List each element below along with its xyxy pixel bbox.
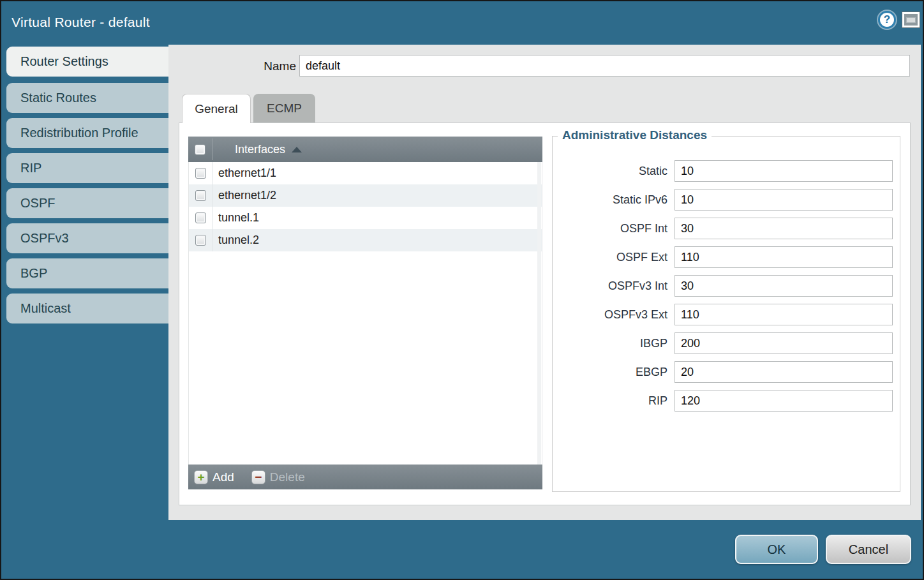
column-separator	[212, 162, 213, 251]
form-row: OSPF Ext	[553, 246, 900, 268]
form-row: OSPFv3 Int	[553, 275, 900, 297]
tab-ecmp[interactable]: ECMP	[253, 94, 315, 123]
add-button[interactable]: + Add	[194, 470, 234, 484]
sidebar-item-redistribution-profile[interactable]: Redistribution Profile	[6, 118, 168, 148]
content-panel: Name General ECMP Interfaces ethernet1/1	[168, 45, 921, 520]
row-checkbox[interactable]	[195, 168, 206, 179]
administrative-distances-legend: Administrative Distances	[558, 128, 712, 142]
sidebar-item-rip[interactable]: RIP	[6, 153, 168, 183]
help-icon[interactable]: ?	[878, 11, 896, 29]
sidebar-item-static-routes[interactable]: Static Routes	[6, 83, 168, 113]
static-label: Static	[553, 160, 667, 182]
interface-name: tunnel.2	[218, 234, 259, 247]
select-all-checkbox[interactable]	[195, 144, 205, 155]
interface-name: tunnel.1	[218, 211, 259, 225]
static-ipv6-field[interactable]	[674, 189, 893, 211]
ospf-int-label: OSPF Int	[553, 218, 667, 239]
static-ipv6-label: Static IPv6	[553, 189, 667, 211]
interfaces-table-header: Interfaces	[188, 137, 542, 162]
tab-general[interactable]: General	[182, 94, 251, 123]
sidebar-item-ospfv3[interactable]: OSPFv3	[6, 223, 168, 253]
ospf-ext-label: OSPF Ext	[553, 246, 667, 268]
form-row: IBGP	[553, 332, 900, 354]
ospfv3-ext-field[interactable]	[674, 304, 893, 325]
ibgp-field[interactable]	[674, 332, 893, 354]
ospfv3-int-field[interactable]	[674, 275, 893, 297]
interfaces-table-body: ethernet1/1 ethernet1/2 tunnel.1 tunnel.…	[188, 162, 542, 465]
row-checkbox[interactable]	[195, 212, 206, 223]
interfaces-table: Interfaces ethernet1/1 ethernet1/2	[188, 137, 542, 489]
interface-name: ethernet1/2	[218, 189, 276, 202]
form-row: RIP	[553, 390, 900, 412]
sidebar-item-multicast[interactable]: Multicast	[6, 294, 168, 323]
rip-field[interactable]	[674, 390, 893, 412]
dialog-title: Virtual Router - default	[11, 1, 150, 43]
interfaces-table-footer: + Add − Delete	[188, 465, 542, 489]
interface-name: ethernet1/1	[218, 167, 276, 180]
row-checkbox[interactable]	[195, 235, 206, 246]
add-button-label: Add	[212, 470, 234, 484]
interfaces-column-header[interactable]: Interfaces	[235, 143, 285, 156]
table-scrollbar[interactable]	[537, 162, 541, 465]
table-row[interactable]: ethernet1/1	[189, 162, 542, 184]
restore-window-icon[interactable]	[902, 12, 920, 27]
table-row[interactable]: tunnel.2	[189, 229, 542, 251]
form-row: EBGP	[553, 361, 900, 383]
ok-button[interactable]: OK	[735, 535, 818, 564]
delete-button: − Delete	[251, 470, 305, 484]
form-row: Static	[553, 160, 900, 182]
sort-ascending-icon[interactable]	[292, 147, 302, 152]
form-row: OSPFv3 Ext	[553, 304, 900, 325]
general-tab-content: Interfaces ethernet1/1 ethernet1/2	[179, 123, 911, 505]
form-row: Static IPv6	[553, 189, 900, 211]
ibgp-label: IBGP	[553, 332, 667, 354]
ospfv3-int-label: OSPFv3 Int	[553, 275, 667, 297]
delete-icon: −	[251, 470, 265, 484]
sidebar-item-bgp[interactable]: BGP	[6, 258, 168, 288]
rip-label: RIP	[553, 390, 667, 412]
cancel-button[interactable]: Cancel	[826, 535, 911, 564]
virtual-router-dialog: Virtual Router - default ? Router Settin…	[0, 0, 924, 580]
table-row[interactable]: tunnel.1	[189, 207, 542, 229]
static-field[interactable]	[674, 160, 893, 182]
name-label: Name	[245, 56, 296, 76]
sidebar-item-ospf[interactable]: OSPF	[6, 188, 168, 218]
ospf-int-field[interactable]	[674, 218, 893, 239]
restore-window-icon-inner	[906, 17, 916, 23]
form-row: OSPF Int	[553, 218, 900, 239]
ospf-ext-field[interactable]	[674, 246, 893, 268]
add-icon: +	[194, 470, 208, 484]
ebgp-field[interactable]	[674, 361, 893, 383]
table-row[interactable]: ethernet1/2	[189, 184, 542, 207]
name-input[interactable]	[299, 55, 910, 77]
column-separator	[212, 138, 212, 160]
sidebar: Router Settings Static Routes Redistribu…	[6, 47, 168, 329]
ospfv3-ext-label: OSPFv3 Ext	[553, 304, 667, 325]
administrative-distances-fieldset: Administrative Distances Static Static I…	[552, 136, 900, 492]
ebgp-label: EBGP	[553, 361, 667, 383]
sidebar-item-router-settings[interactable]: Router Settings	[6, 47, 170, 77]
row-checkbox[interactable]	[195, 190, 206, 201]
delete-button-label: Delete	[270, 470, 305, 484]
